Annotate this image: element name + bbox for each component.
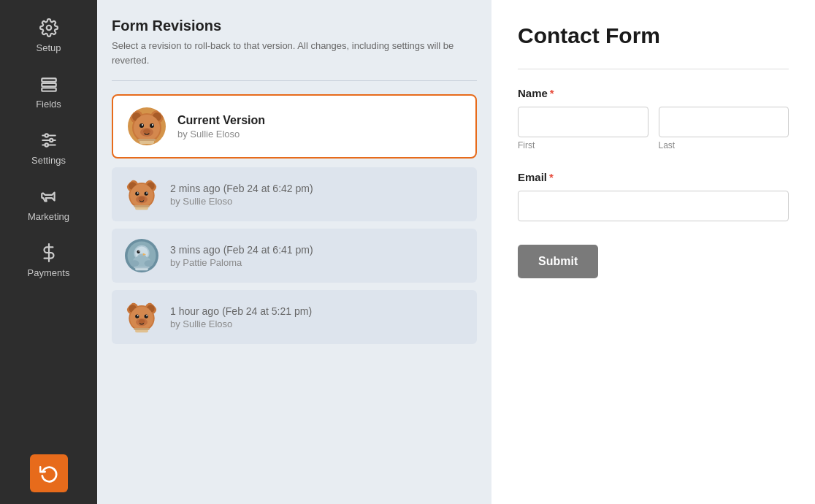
sliders-icon bbox=[39, 130, 59, 150]
current-version-card[interactable]: Current Version by Sullie Eloso bbox=[112, 94, 477, 159]
svg-point-20 bbox=[142, 124, 143, 126]
name-row: First Last bbox=[518, 107, 789, 150]
svg-point-46 bbox=[130, 260, 139, 267]
revision-by-0: by Sullie Eloso bbox=[170, 196, 313, 207]
sidebar-item-fields-label: Fields bbox=[36, 99, 61, 110]
current-version-by: by Sullie Eloso bbox=[177, 129, 265, 140]
sidebar-item-setup-label: Setup bbox=[37, 42, 61, 53]
svg-point-7 bbox=[45, 134, 47, 137]
revision-item-1[interactable]: 3 mins ago (Feb 24 at 6:41 pm) by Pattie… bbox=[112, 229, 477, 283]
revision-time-0: 2 mins ago (Feb 24 at 6:42 pm) bbox=[170, 182, 313, 194]
form-divider bbox=[518, 69, 789, 69]
svg-point-33 bbox=[145, 191, 148, 195]
name-label: Name* bbox=[518, 87, 789, 99]
svg-point-36 bbox=[139, 196, 145, 201]
revision-info-0: 2 mins ago (Feb 24 at 6:42 pm) by Sullie… bbox=[170, 182, 313, 207]
svg-rect-49 bbox=[134, 267, 149, 268]
revision-info-2: 1 hour ago (Feb 24 at 5:21 pm) by Sullie… bbox=[170, 305, 312, 329]
svg-rect-3 bbox=[42, 88, 56, 91]
svg-point-32 bbox=[135, 191, 139, 195]
sidebar: Setup Fields Settings bbox=[0, 0, 97, 504]
last-name-wrap: Last bbox=[659, 107, 789, 150]
svg-point-47 bbox=[145, 260, 153, 267]
svg-point-30 bbox=[130, 184, 153, 207]
revisions-panel: Form Revisions Select a revision to roll… bbox=[97, 0, 491, 504]
revision-avatar-2 bbox=[125, 300, 158, 334]
email-input[interactable] bbox=[518, 191, 789, 221]
sidebar-item-payments-label: Payments bbox=[28, 267, 70, 278]
revisions-button[interactable] bbox=[30, 454, 68, 492]
first-hint: First bbox=[518, 140, 648, 150]
svg-point-8 bbox=[50, 139, 53, 142]
sidebar-item-settings-label: Settings bbox=[31, 155, 66, 166]
name-required-star: * bbox=[550, 87, 554, 99]
current-version-label: Current Version bbox=[177, 114, 265, 127]
svg-point-34 bbox=[137, 192, 139, 194]
svg-point-0 bbox=[46, 26, 51, 31]
svg-point-43 bbox=[139, 251, 139, 251]
sidebar-item-payments[interactable]: Payments bbox=[0, 232, 97, 289]
form-title: Contact Form bbox=[518, 23, 789, 48]
svg-point-9 bbox=[45, 143, 47, 146]
svg-point-61 bbox=[139, 319, 145, 324]
sidebar-item-marketing-label: Marketing bbox=[28, 211, 69, 222]
svg-point-21 bbox=[152, 124, 153, 126]
svg-point-59 bbox=[137, 315, 139, 316]
svg-point-35 bbox=[146, 192, 148, 194]
svg-rect-24 bbox=[138, 139, 156, 141]
svg-rect-38 bbox=[134, 205, 149, 207]
current-version-avatar bbox=[128, 107, 166, 145]
email-required-star: * bbox=[549, 171, 554, 183]
revision-info-1: 3 mins ago (Feb 24 at 6:41 pm) by Pattie… bbox=[170, 243, 313, 268]
sidebar-item-setup[interactable]: Setup bbox=[0, 7, 97, 64]
contact-form-panel: Contact Form Name* First Last Email* Sub… bbox=[491, 0, 815, 504]
last-hint: Last bbox=[659, 140, 789, 150]
sidebar-item-settings[interactable]: Settings bbox=[0, 120, 97, 176]
svg-rect-63 bbox=[134, 328, 149, 330]
panel-title: Form Revisions bbox=[112, 18, 477, 34]
fields-icon bbox=[39, 74, 59, 94]
svg-point-58 bbox=[145, 314, 148, 318]
first-name-wrap: First bbox=[518, 107, 648, 150]
email-label: Email* bbox=[518, 171, 789, 183]
megaphone-icon bbox=[39, 186, 59, 207]
svg-point-42 bbox=[137, 250, 139, 253]
svg-point-55 bbox=[130, 307, 153, 330]
email-field-group: Email* bbox=[518, 171, 789, 221]
sidebar-bottom bbox=[0, 443, 97, 504]
svg-point-18 bbox=[139, 123, 144, 128]
revision-time-1: 3 mins ago (Feb 24 at 6:41 pm) bbox=[170, 243, 313, 256]
submit-button[interactable]: Submit bbox=[518, 245, 598, 278]
panel-divider bbox=[112, 80, 477, 81]
revision-time-2: 1 hour ago (Feb 24 at 5:21 pm) bbox=[170, 305, 312, 317]
gear-icon bbox=[39, 18, 59, 38]
revision-item-0[interactable]: 2 mins ago (Feb 24 at 6:42 pm) by Sullie… bbox=[112, 167, 477, 221]
svg-rect-1 bbox=[42, 78, 56, 81]
revision-avatar-0 bbox=[125, 177, 158, 211]
last-name-input[interactable] bbox=[659, 107, 789, 137]
current-version-info: Current Version by Sullie Eloso bbox=[177, 114, 265, 140]
dollar-icon bbox=[39, 243, 59, 263]
svg-point-57 bbox=[135, 314, 139, 318]
sidebar-item-fields[interactable]: Fields bbox=[0, 64, 97, 120]
sidebar-item-marketing[interactable]: Marketing bbox=[0, 176, 97, 232]
revision-by-2: by Sullie Eloso bbox=[170, 318, 312, 329]
first-name-input[interactable] bbox=[518, 107, 648, 137]
panel-subtitle: Select a revision to roll-back to that v… bbox=[112, 39, 477, 67]
svg-point-22 bbox=[143, 129, 150, 134]
name-field-group: Name* First Last bbox=[518, 87, 789, 155]
revision-avatar-1 bbox=[125, 239, 158, 272]
revision-by-1: by Pattie Paloma bbox=[170, 257, 313, 268]
svg-rect-2 bbox=[42, 83, 56, 86]
revision-item-2[interactable]: 1 hour ago (Feb 24 at 5:21 pm) by Sullie… bbox=[112, 290, 477, 344]
svg-point-60 bbox=[146, 315, 148, 316]
svg-point-19 bbox=[150, 123, 154, 128]
